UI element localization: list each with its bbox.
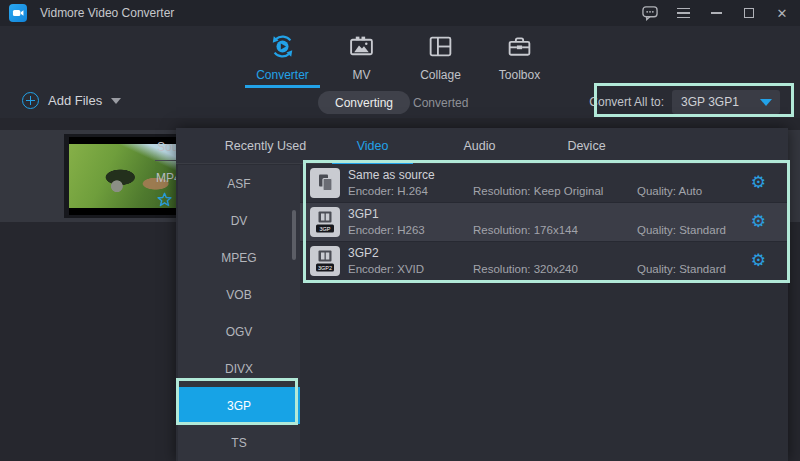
preset-resolution: Resolution: Keep Original	[473, 185, 603, 197]
maximize-button[interactable]	[741, 5, 757, 21]
format-picker-panel: Recently Used Video Audio Device ASF DV …	[176, 128, 788, 461]
preset-quality: Quality: Standard	[637, 263, 726, 275]
preset-settings-gear-icon[interactable]: ⚙	[751, 211, 766, 233]
titlebar: Vidmore Video Converter ✕	[0, 0, 800, 26]
converter-icon	[269, 33, 296, 64]
format-list: ASF DV MPEG VOB OGV DIVX 3GP TS	[178, 165, 300, 461]
add-files-button[interactable]: Add Files	[22, 92, 121, 109]
format-item-mpeg[interactable]: MPEG	[178, 239, 300, 276]
preset-resolution: Resolution: 176x144	[473, 224, 578, 236]
tab-recently-used[interactable]: Recently Used	[212, 128, 319, 164]
preset-settings-gear-icon[interactable]: ⚙	[751, 250, 766, 272]
add-icon	[22, 92, 39, 109]
main-navigation: Converter MV	[0, 26, 800, 88]
format-item-dv[interactable]: DV	[178, 202, 300, 239]
tab-mv-label: MV	[353, 68, 371, 82]
tab-converted[interactable]: Converted	[413, 96, 468, 110]
minimize-button[interactable]	[708, 5, 724, 21]
edit-effect-icon[interactable]	[157, 192, 172, 211]
preset-encoder: Encoder: H263	[348, 224, 425, 236]
dropdown-caret-icon	[760, 99, 772, 106]
convert-all-to-value: 3GP 3GP1	[681, 95, 739, 109]
tab-mv[interactable]: MV	[322, 26, 401, 88]
preset-row-same-as-source[interactable]: Same as source Encoder: H.264 Resolution…	[300, 164, 788, 203]
preset-name: Same as source	[348, 168, 435, 182]
mv-icon	[348, 33, 375, 64]
close-button[interactable]: ✕	[774, 5, 790, 21]
svg-text:3GP2: 3GP2	[318, 265, 332, 271]
collage-icon	[427, 33, 454, 64]
vidmore-video-converter-window: Vidmore Video Converter ✕	[0, 0, 800, 461]
preset-encoder: Encoder: XVID	[348, 263, 424, 275]
toolbar: Add Files Converting Converted Convert A…	[0, 88, 800, 118]
preset-name: 3GP2	[348, 246, 379, 260]
same-as-source-icon	[310, 168, 340, 198]
format-item-ogv[interactable]: OGV	[178, 313, 300, 350]
preset-name: 3GP1	[348, 207, 379, 221]
3gp1-format-icon: 3GP	[310, 207, 340, 237]
tab-device[interactable]: Device	[533, 128, 640, 164]
preset-encoder: Encoder: H.264	[348, 185, 428, 197]
toolbox-icon	[506, 33, 533, 64]
format-panel-header: Recently Used Video Audio Device	[176, 128, 788, 164]
format-item-ts[interactable]: TS	[178, 424, 300, 461]
convert-all-to-label: Convert All to:	[589, 95, 664, 109]
format-list-scrollbar[interactable]	[292, 210, 296, 260]
preset-row-3gp1[interactable]: 3GP 3GP1 Encoder: H263 Resolution: 176x1…	[300, 203, 788, 242]
svg-text:3GP: 3GP	[319, 226, 330, 232]
main-area: Sou MP4 Recently Used Video Audio Device	[0, 118, 800, 461]
menu-icon[interactable]	[675, 5, 691, 21]
tab-video[interactable]: Video	[319, 128, 426, 164]
add-files-chevron-down-icon[interactable]	[111, 98, 121, 104]
tab-toolbox-label: Toolbox	[499, 68, 540, 82]
preset-row-3gp2[interactable]: 3GP2 3GP2 Encoder: XVID Resolution: 320x…	[300, 242, 788, 281]
app-logo-icon	[9, 4, 27, 22]
tab-toolbox[interactable]: Toolbox	[480, 26, 559, 88]
convert-all-to-dropdown[interactable]: 3GP 3GP1	[672, 90, 780, 114]
format-item-vob[interactable]: VOB	[178, 276, 300, 313]
format-item-divx[interactable]: DIVX	[178, 350, 300, 387]
tab-audio[interactable]: Audio	[426, 128, 533, 164]
format-item-asf[interactable]: ASF	[178, 165, 300, 202]
add-files-label: Add Files	[48, 93, 102, 108]
tab-converter[interactable]: Converter	[243, 26, 322, 88]
preset-quality: Quality: Standard	[637, 224, 726, 236]
feedback-icon[interactable]	[642, 5, 658, 21]
preset-resolution: Resolution: 320x240	[473, 263, 578, 275]
tab-collage[interactable]: Collage	[401, 26, 480, 88]
preset-quality: Quality: Auto	[637, 185, 702, 197]
tab-collage-label: Collage	[420, 68, 461, 82]
preset-settings-gear-icon[interactable]: ⚙	[751, 172, 766, 194]
3gp2-format-icon: 3GP2	[310, 246, 340, 276]
format-item-3gp[interactable]: 3GP	[178, 387, 300, 424]
tab-converter-label: Converter	[256, 68, 309, 82]
window-title: Vidmore Video Converter	[40, 6, 174, 20]
tab-converting[interactable]: Converting	[318, 91, 410, 114]
preset-list: Same as source Encoder: H.264 Resolution…	[300, 164, 788, 281]
